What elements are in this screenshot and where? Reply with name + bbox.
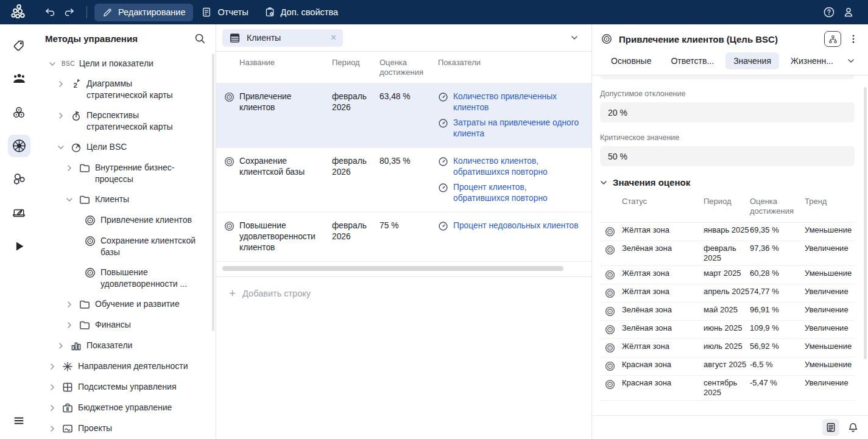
indicator-link[interactable]: Процент недовольных клиентов <box>438 220 580 231</box>
tree-search-button[interactable] <box>194 33 206 44</box>
tree-item-goals-and-indicators[interactable]: BSC Цели и показатели <box>38 54 216 74</box>
tree-item-internal-business-processes[interactable]: Внутренние бизнес-процессы <box>38 158 216 189</box>
indicator-label[interactable]: Процент клиентов, обратившихся повторно <box>453 182 580 204</box>
rail-item-org-structure[interactable] <box>8 68 30 90</box>
undo-button[interactable] <box>40 3 60 21</box>
values-table-header: Статус Период Оценка достижения Тренд <box>600 192 855 223</box>
values-row-february[interactable]: Зелёная зона февраль 2025 97,36 % Увелич… <box>600 241 855 266</box>
chevron-down-icon[interactable] <box>570 33 579 43</box>
chevron-right-icon[interactable] <box>65 163 74 173</box>
extra-properties-label: Доп. свойства <box>281 7 338 17</box>
goal-row-client-satisfaction[interactable]: Повышение удовлетворенности клиентов фев… <box>216 212 591 262</box>
values-row-september[interactable]: Красная зона сентябрь 2025 -5,47 % Увели… <box>600 376 855 401</box>
chevron-right-icon[interactable] <box>65 320 74 330</box>
rail-menu-button[interactable] <box>8 409 30 432</box>
indicator-link[interactable]: Количество привлеченных клиентов <box>438 91 580 113</box>
chevron-down-icon[interactable] <box>65 195 74 205</box>
chevron-right-icon[interactable] <box>48 403 57 413</box>
trend-value: Увеличение <box>805 244 855 262</box>
burst-icon <box>62 360 74 373</box>
values-row-march[interactable]: Жёлтая зона март 2025 60,28 % Уменьшение <box>600 266 855 284</box>
tree-scrollbar[interactable] <box>212 54 214 331</box>
notifications-button[interactable] <box>847 422 859 434</box>
rail-item-processes[interactable] <box>8 101 30 124</box>
rail-item-launch[interactable] <box>8 202 30 224</box>
rail-item-management-methods[interactable] <box>8 135 30 157</box>
values-row-june[interactable]: Зелёная зона июнь 2025 109,9 % Увеличени… <box>600 321 855 339</box>
goal-row-client-attraction[interactable]: Привлечение клиентов февраль 2026 63,48 … <box>216 83 591 148</box>
tree-item-clients-folder[interactable]: Клиенты <box>38 189 216 210</box>
pencil-icon <box>102 7 113 18</box>
more-menu-button[interactable] <box>847 31 859 47</box>
indicator-label[interactable]: Затраты на привлечение одного клиента <box>453 118 580 139</box>
tolerance-input[interactable]: 20 % <box>600 102 855 122</box>
goal-row-client-base-retention[interactable]: Сохранение клиентской базы февраль 2026 … <box>216 148 591 212</box>
values-row-january[interactable]: Жёлтая зона январь 2025 69,35 % Уменьшен… <box>600 223 855 241</box>
tree-item-client-attraction[interactable]: Привлечение клиентов <box>38 210 216 231</box>
chevron-right-icon[interactable] <box>48 362 57 371</box>
status-target-icon <box>604 287 616 299</box>
help-button[interactable] <box>819 3 839 21</box>
tree-item-finance[interactable]: Финансы <box>38 315 216 335</box>
user-profile-button[interactable] <box>839 3 858 21</box>
values-row-july[interactable]: Жёлтая зона июль 2025 56,92 % Уменьшение <box>600 339 855 357</box>
tree-item-management-subsystems[interactable]: Подсистемы управления <box>38 377 216 398</box>
chevron-down-icon[interactable] <box>56 142 66 152</box>
tree-item-label: Обучение и развитие <box>95 298 180 310</box>
horizontal-scrollbar-thumb[interactable] <box>222 266 563 271</box>
rail-item-objects[interactable] <box>8 168 30 191</box>
goal-target-icon <box>224 156 235 167</box>
values-row-august[interactable]: Красная зона август 2025 -6,5 % Уменьшен… <box>600 357 855 376</box>
rail-item-tags[interactable] <box>8 34 30 57</box>
status-target-icon <box>604 226 616 237</box>
indicator-link[interactable]: Затраты на привлечение одного клиента <box>438 118 580 139</box>
tree-item-strategy-map-perspectives[interactable]: Перспективы стратегической карты <box>38 105 216 137</box>
extra-properties-button[interactable]: Доп. свойства <box>256 3 346 21</box>
chevron-down-icon[interactable] <box>48 59 57 69</box>
perspective-icon <box>70 110 82 122</box>
gauge-icon <box>438 156 448 167</box>
tab-responsible[interactable]: Ответств... <box>663 52 722 69</box>
close-icon[interactable]: × <box>331 33 336 43</box>
critical-value-input[interactable]: 50 % <box>600 146 855 166</box>
tree-item-client-satisfaction[interactable]: Повышение удовлетворенности ... <box>38 262 216 294</box>
tab-lifecycle[interactable]: Жизненн... <box>783 52 841 69</box>
indicator-link[interactable]: Процент клиентов, обратившихся повторно <box>438 182 580 204</box>
indicator-label[interactable]: Процент недовольных клиентов <box>453 220 579 231</box>
tree-item-projects[interactable]: Проекты <box>38 418 216 439</box>
tree-item-training-development[interactable]: Обучение и развитие <box>38 294 216 315</box>
values-section-toggle[interactable]: Значения оценок <box>599 177 855 188</box>
rail-item-run[interactable] <box>8 235 30 258</box>
chevron-right-icon[interactable] <box>56 111 66 121</box>
notes-panel-button[interactable] <box>822 419 839 436</box>
chevron-down-icon[interactable] <box>846 56 856 66</box>
tab-main[interactable]: Основные <box>603 52 659 69</box>
redo-button[interactable] <box>60 3 79 21</box>
tree-item-strategy-map-diagrams[interactable]: Диаграммы стратегической карты <box>38 74 216 105</box>
add-row-button[interactable]: + Добавить строку <box>216 277 591 299</box>
chevron-right-icon[interactable] <box>65 300 74 309</box>
tree-item-label: Проекты <box>78 423 112 434</box>
tree-item-client-base-retention[interactable]: Сохранение клиентской базы <box>38 231 216 262</box>
chevron-right-icon[interactable] <box>48 424 57 434</box>
edit-mode-label: Редактирование <box>118 7 185 17</box>
details-scrollbar[interactable] <box>864 87 867 359</box>
indicator-link[interactable]: Количество клиентов, обратившихся повтор… <box>438 156 580 178</box>
indicator-label[interactable]: Количество клиентов, обратившихся повтор… <box>453 156 580 178</box>
tab-clients[interactable]: Клиенты × <box>222 29 343 47</box>
values-row-april[interactable]: Жёлтая зона апрель 2025 74,77 % Увеличен… <box>600 284 855 303</box>
hierarchy-view-button[interactable] <box>824 31 841 47</box>
reports-button[interactable]: Отчеты <box>193 3 256 21</box>
tree-item-activity-directions[interactable]: Направления деятельности <box>38 356 216 377</box>
chevron-right-icon[interactable] <box>48 382 57 392</box>
tree-item-indicators[interactable]: Показатели <box>38 335 216 356</box>
tree-item-bsc-goals[interactable]: Цели BSC <box>38 137 216 158</box>
tab-values[interactable]: Значения <box>725 52 779 69</box>
chevron-right-icon[interactable] <box>56 79 66 89</box>
status-target-icon <box>604 306 616 317</box>
chevron-right-icon[interactable] <box>56 341 66 351</box>
values-row-may[interactable]: Зелёная зона май 2025 96,91 % Увеличение <box>600 303 855 321</box>
tree-item-budget-management[interactable]: Бюджетное управление <box>38 398 216 418</box>
indicator-label[interactable]: Количество привлеченных клиентов <box>453 91 580 113</box>
edit-mode-button[interactable]: Редактирование <box>94 4 193 21</box>
